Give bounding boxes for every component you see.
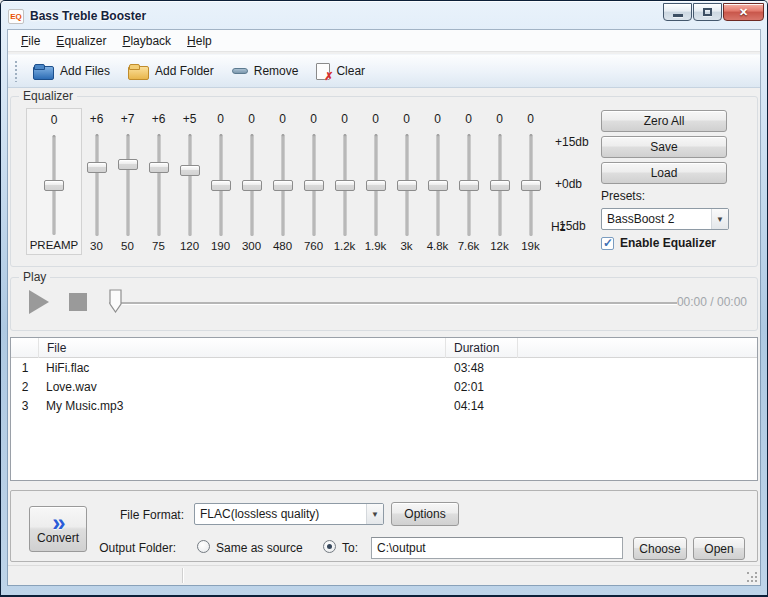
file-list-row[interactable]: 3 My Music.mp3 04:14 bbox=[11, 396, 757, 415]
file-list-row[interactable]: 1 HiFi.flac 03:48 bbox=[11, 358, 757, 377]
eq-band-slider[interactable]: 0 760 bbox=[298, 112, 329, 255]
menu-bar: File Equalizer Playback Help bbox=[8, 30, 760, 52]
eq-band-track[interactable] bbox=[126, 134, 129, 236]
play-button[interactable] bbox=[29, 290, 49, 314]
add-folder-label: Add Folder bbox=[155, 64, 214, 78]
preamp-panel: 0 PREAMP bbox=[26, 108, 82, 255]
eq-band-thumb[interactable] bbox=[180, 165, 200, 176]
seek-thumb-icon bbox=[109, 289, 122, 313]
eq-band-slider[interactable]: 0 4.8k bbox=[422, 112, 453, 255]
options-button[interactable]: Options bbox=[391, 502, 459, 526]
file-row-name: HiFi.flac bbox=[46, 361, 89, 375]
eq-band-slider[interactable]: 0 7.6k bbox=[453, 112, 484, 255]
seek-slider-thumb[interactable] bbox=[109, 289, 122, 316]
close-button[interactable]: ✕ bbox=[723, 3, 764, 21]
zero-all-button[interactable]: Zero All bbox=[601, 110, 727, 132]
eq-band-slider[interactable]: 0 19k bbox=[515, 112, 546, 255]
menu-file[interactable]: File bbox=[13, 31, 48, 51]
eq-band-slider[interactable]: 0 300 bbox=[236, 112, 267, 255]
eq-band-value: 0 bbox=[372, 112, 379, 134]
eq-band-thumb[interactable] bbox=[149, 162, 169, 173]
minimize-button[interactable] bbox=[663, 3, 692, 21]
column-header-number[interactable] bbox=[11, 338, 39, 358]
remove-button[interactable]: Remove bbox=[223, 60, 308, 82]
file-format-selected-value: FLAC(lossless quality) bbox=[200, 507, 319, 521]
eq-band-track[interactable] bbox=[95, 134, 98, 236]
eq-band-slider[interactable]: 0 1.9k bbox=[360, 112, 391, 255]
output-folder-label: Output Folder: bbox=[71, 541, 176, 555]
menu-help[interactable]: Help bbox=[179, 31, 220, 51]
eq-band-slider[interactable]: 0 3k bbox=[391, 112, 422, 255]
eq-band-thumb[interactable] bbox=[490, 180, 510, 191]
stop-button[interactable] bbox=[69, 293, 87, 311]
add-folder-button[interactable]: Add Folder bbox=[119, 59, 223, 84]
resize-grip[interactable] bbox=[747, 572, 757, 582]
convert-panel: » Convert File Format: FLAC(lossless qua… bbox=[10, 490, 758, 562]
eq-band-thumb[interactable] bbox=[521, 180, 541, 191]
file-list: File Duration 1 HiFi.flac 03:48 2 Love.w… bbox=[10, 337, 758, 481]
eq-band-thumb[interactable] bbox=[87, 162, 107, 173]
clear-button[interactable]: ✗ Clear bbox=[307, 59, 374, 84]
save-button[interactable]: Save bbox=[601, 136, 727, 158]
file-list-body: 1 HiFi.flac 03:48 2 Love.wav 02:01 3 My … bbox=[11, 358, 757, 480]
titlebar[interactable]: EQ Bass Treble Booster bbox=[8, 3, 760, 29]
eq-band-track[interactable] bbox=[188, 134, 191, 236]
file-list-row[interactable]: 2 Love.wav 02:01 bbox=[11, 377, 757, 396]
eq-band-slider[interactable]: +6 75 bbox=[143, 112, 174, 255]
eq-band-thumb[interactable] bbox=[335, 180, 355, 191]
minimize-icon bbox=[673, 14, 683, 17]
presets-label: Presets: bbox=[601, 189, 645, 203]
eq-band-slider[interactable]: +7 50 bbox=[112, 112, 143, 255]
enable-equalizer-label: Enable Equalizer bbox=[620, 236, 716, 250]
to-radio[interactable] bbox=[323, 540, 336, 553]
file-format-dropdown[interactable]: FLAC(lossless quality) ▼ bbox=[194, 503, 384, 525]
eq-band-thumb[interactable] bbox=[118, 159, 138, 170]
eq-band-thumb[interactable] bbox=[211, 180, 231, 191]
eq-band-thumb[interactable] bbox=[397, 180, 417, 191]
file-row-name: My Music.mp3 bbox=[46, 399, 123, 413]
load-button[interactable]: Load bbox=[601, 162, 727, 184]
eq-band-value: 0 bbox=[248, 112, 255, 134]
eq-band-thumb[interactable] bbox=[459, 180, 479, 191]
eq-band-slider[interactable]: +5 120 bbox=[174, 112, 205, 255]
toolbar: Add Files Add Folder Remove ✗ Clear bbox=[8, 54, 760, 88]
eq-band-slider[interactable]: +6 30 bbox=[81, 112, 112, 255]
choose-button[interactable]: Choose bbox=[633, 537, 687, 560]
play-group: Play 00:00 / 00:00 bbox=[10, 277, 758, 331]
eq-band-thumb[interactable] bbox=[242, 180, 262, 191]
maximize-button[interactable] bbox=[693, 3, 722, 21]
app-icon: EQ bbox=[8, 9, 24, 24]
eq-band-slider[interactable]: 0 480 bbox=[267, 112, 298, 255]
eq-band-slider[interactable]: 0 190 bbox=[205, 112, 236, 255]
eq-band-thumb[interactable] bbox=[273, 180, 293, 191]
eq-band-slider[interactable]: 0 12k bbox=[484, 112, 515, 255]
seek-slider-track[interactable] bbox=[109, 302, 677, 304]
column-header-duration[interactable]: Duration bbox=[446, 338, 518, 358]
file-row-name: Love.wav bbox=[46, 380, 97, 394]
window-controls: ✕ bbox=[663, 3, 764, 21]
preamp-thumb[interactable] bbox=[44, 180, 64, 191]
eq-band-freq-label: 12k bbox=[490, 240, 509, 255]
eq-band-value: 0 bbox=[465, 112, 472, 134]
preamp-slider[interactable] bbox=[27, 135, 81, 236]
menu-playback[interactable]: Playback bbox=[114, 31, 179, 51]
eq-band-thumb[interactable] bbox=[304, 180, 324, 191]
eq-band-track[interactable] bbox=[157, 134, 160, 236]
chevron-down-icon: ▼ bbox=[366, 504, 383, 524]
preamp-label: PREAMP bbox=[30, 239, 79, 254]
eq-band-thumb[interactable] bbox=[428, 180, 448, 191]
toolbar-grip[interactable] bbox=[14, 60, 19, 82]
eq-band-slider[interactable]: 0 1.2k bbox=[329, 112, 360, 255]
column-header-file[interactable]: File bbox=[39, 338, 446, 358]
menu-equalizer[interactable]: Equalizer bbox=[48, 31, 114, 51]
eq-band-thumb[interactable] bbox=[366, 180, 386, 191]
presets-dropdown[interactable]: BassBoost 2 ▼ bbox=[601, 208, 729, 230]
add-files-button[interactable]: Add Files bbox=[24, 59, 119, 84]
eq-band-value: +5 bbox=[183, 112, 197, 134]
file-row-duration: 04:14 bbox=[454, 399, 484, 413]
enable-equalizer-checkbox[interactable] bbox=[601, 237, 614, 250]
same-as-source-radio[interactable] bbox=[197, 540, 210, 553]
output-path-input[interactable]: C:\output bbox=[371, 537, 623, 559]
open-button[interactable]: Open bbox=[693, 537, 745, 560]
app-icon-text: EQ bbox=[10, 12, 22, 21]
